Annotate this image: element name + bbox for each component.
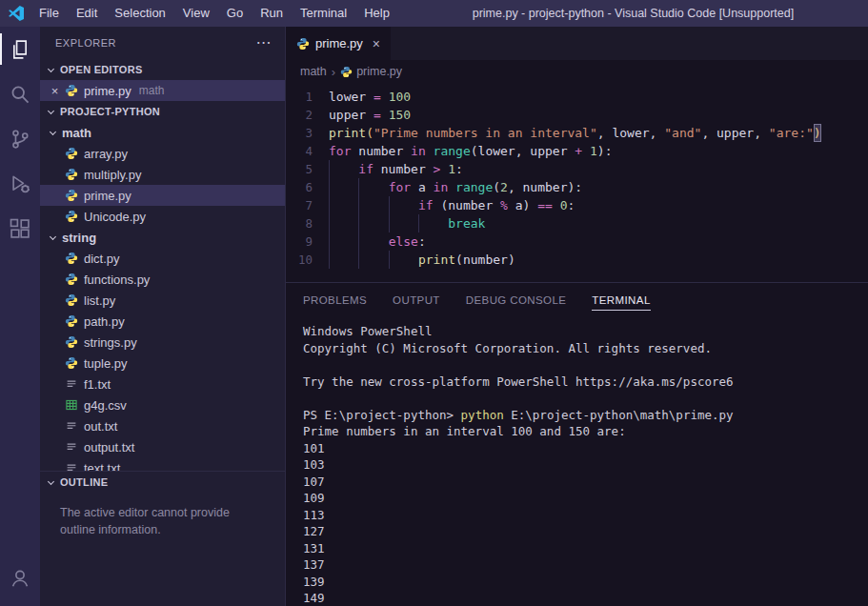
python-icon	[65, 314, 78, 328]
terminal-token: 109	[303, 491, 325, 505]
panel-tab-debug-console[interactable]: DEBUG CONSOLE	[466, 283, 567, 316]
menu-run[interactable]: Run	[252, 0, 292, 27]
terminal-token: 113	[303, 508, 325, 522]
file-dict.py[interactable]: dict.py	[40, 248, 285, 269]
account-button[interactable]	[0, 556, 40, 600]
menu-file[interactable]: File	[30, 0, 68, 27]
python-icon	[65, 210, 78, 223]
file-output.txt[interactable]: output.txt	[40, 436, 285, 457]
terminal-token: 101	[303, 441, 325, 455]
file-functions.py[interactable]: functions.py	[40, 269, 285, 290]
source-control-icon	[10, 129, 30, 150]
code-token: for	[389, 178, 418, 196]
code-line-6: 6 for a in range(2, number):	[286, 178, 868, 196]
code-token: in	[434, 178, 455, 196]
indent-guide	[358, 196, 388, 214]
file-label: g4g.csv	[84, 398, 127, 413]
terminal-line: 103	[303, 456, 868, 474]
python-icon	[65, 356, 78, 370]
file-label: strings.py	[84, 335, 137, 350]
editor-tab-bar: prime.py ×	[286, 27, 868, 60]
outline-section-header[interactable]: OUTLINE	[40, 472, 285, 493]
folder-math[interactable]: math	[40, 122, 285, 143]
code-line-1: 1lower = 100	[286, 88, 868, 106]
explorer-button[interactable]	[0, 27, 40, 71]
run-debug-button[interactable]	[0, 161, 40, 206]
code-token: lower	[329, 88, 373, 106]
file-g4g.csv[interactable]: g4g.csv	[40, 394, 285, 415]
file-out.txt[interactable]: out.txt	[40, 415, 285, 436]
file-multiply.py[interactable]: multiply.py	[40, 164, 285, 185]
menu-edit[interactable]: Edit	[68, 0, 106, 27]
file-Unicode.py[interactable]: Unicode.py	[40, 206, 285, 227]
terminal-token: 127	[303, 524, 325, 538]
code-token: ==	[537, 196, 559, 214]
code-token: if	[358, 160, 380, 178]
code-token: +	[575, 142, 590, 160]
chevron-right-icon: ›	[327, 65, 340, 79]
folder-string[interactable]: string	[40, 227, 285, 248]
breadcrumb: math › prime.py	[286, 60, 868, 83]
file-label: math	[62, 126, 91, 140]
code-token: (	[455, 251, 463, 269]
editor-code[interactable]: 1lower = 1002upper = 1503print("Prime nu…	[286, 83, 868, 282]
code-line-10: 10 print(number)	[286, 251, 868, 269]
indent-guide	[358, 232, 388, 251]
file-label: output.txt	[84, 440, 134, 454]
code-token: =	[373, 88, 389, 106]
menu-selection[interactable]: Selection	[106, 0, 173, 27]
breadcrumb-file[interactable]: prime.py	[356, 65, 402, 78]
code-token: :	[418, 232, 426, 251]
title-bar: FileEditSelectionViewGoRunTerminalHelp p…	[0, 0, 868, 27]
code-token: (	[471, 142, 478, 160]
indent-guide	[329, 160, 358, 178]
panel-tab-terminal[interactable]: TERMINAL	[592, 283, 650, 316]
file-list.py[interactable]: list.py	[40, 290, 285, 311]
outline-section: OUTLINE The active editor cannot provide…	[40, 471, 285, 538]
menu-view[interactable]: View	[174, 0, 218, 27]
file-label: multiply.py	[84, 168, 141, 182]
file-array.py[interactable]: array.py	[40, 143, 285, 164]
code-token: print	[329, 124, 366, 142]
python-icon	[65, 84, 78, 97]
indent-guide	[329, 196, 358, 214]
python-icon	[65, 168, 78, 181]
python-icon	[65, 189, 78, 202]
file-prime.py[interactable]: prime.py	[40, 185, 285, 206]
outline-message: The active editor cannot provide outline…	[40, 493, 245, 538]
line-number: 5	[286, 160, 329, 178]
file-label: prime.py	[84, 189, 131, 203]
file-tuple.py[interactable]: tuple.py	[40, 353, 285, 374]
outline-label: OUTLINE	[60, 476, 108, 488]
source-control-button[interactable]	[0, 116, 40, 161]
extensions-button[interactable]	[0, 206, 40, 251]
breadcrumb-folder[interactable]: math	[300, 65, 327, 78]
open-editors-section-header[interactable]: OPEN EDITORS	[40, 59, 285, 80]
chevron-down-icon	[48, 65, 54, 71]
tab-prime-py[interactable]: prime.py ×	[286, 27, 391, 60]
search-button[interactable]	[0, 71, 40, 116]
code-token: ):	[568, 178, 583, 196]
panel-tab-problems[interactable]: PROBLEMS	[303, 283, 367, 316]
file-strings.py[interactable]: strings.py	[40, 332, 285, 353]
open-editor-item-prime-py[interactable]: × prime.py math	[40, 80, 285, 101]
code-line-4: 4for number in range(lower, upper + 1):	[286, 142, 868, 160]
panel-tab-output[interactable]: OUTPUT	[393, 283, 440, 316]
file-text.txt[interactable]: text.txt	[40, 457, 285, 471]
tab-close-icon[interactable]: ×	[373, 36, 380, 51]
menu-terminal[interactable]: Terminal	[292, 0, 355, 27]
terminal-line: 131	[303, 540, 868, 557]
code-line-5: 5 if number > 1:	[286, 160, 868, 178]
project-section-header[interactable]: PROJECT-PYTHON	[40, 101, 285, 122]
explorer-sidebar: EXPLORER ⋯ OPEN EDITORS × prime.py math …	[40, 27, 286, 606]
menu-go[interactable]: Go	[218, 0, 252, 27]
menu-help[interactable]: Help	[355, 0, 398, 27]
file-path.py[interactable]: path.py	[40, 311, 285, 332]
file-f1.txt[interactable]: f1.txt	[40, 374, 285, 394]
close-icon[interactable]: ×	[48, 84, 62, 98]
code-token: "Prime numbers in an interval"	[373, 124, 597, 142]
terminal-content[interactable]: Windows PowerShellCopyright (C) Microsof…	[286, 316, 868, 606]
code-token: 0	[560, 196, 568, 214]
more-actions-button[interactable]: ⋯	[256, 38, 273, 48]
code-line-7: 7 if (number % a) == 0:	[286, 196, 868, 214]
